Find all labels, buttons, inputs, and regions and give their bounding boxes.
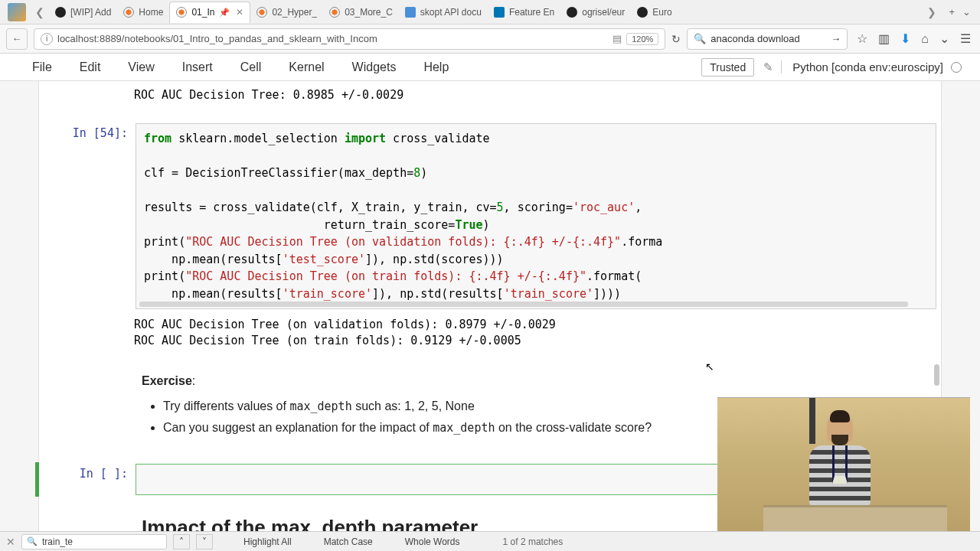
input-prompt: In [ ]: <box>44 464 136 495</box>
horizontal-scrollbar[interactable] <box>139 302 908 307</box>
linkedin-icon <box>494 7 505 18</box>
firefox-app-icon <box>8 3 26 21</box>
tab-euro[interactable]: Euro <box>631 2 678 23</box>
edit-metadata-icon[interactable]: ✎ <box>763 60 773 74</box>
address-bar[interactable]: i localhost:8889/notebooks/01_Intro_to_p… <box>34 28 665 50</box>
find-whole-words[interactable]: Whole Words <box>402 536 463 547</box>
browser-urlbar: ← i localhost:8889/notebooks/01_Intro_to… <box>0 24 980 54</box>
mouse-cursor: ↖ <box>705 360 714 373</box>
find-prev-button[interactable]: ˄ <box>173 534 190 549</box>
find-match-case[interactable]: Match Case <box>321 536 376 547</box>
tab-skopt[interactable]: skopt API docu <box>399 2 488 23</box>
new-tab-button[interactable]: + <box>949 6 955 18</box>
find-match-status: 1 of 2 matches <box>503 536 564 547</box>
search-icon: 🔍 <box>27 536 38 546</box>
code-editor[interactable]: from sklearn.model_selection import cros… <box>136 123 936 309</box>
tab-ogrisel[interactable]: ogrisel/eur <box>560 2 631 23</box>
url-text: localhost:8889/notebooks/01_Intro_to_pan… <box>57 33 377 44</box>
doc-icon <box>405 7 416 18</box>
close-icon[interactable]: ✕ <box>236 7 243 18</box>
home-icon[interactable]: ⌂ <box>921 32 929 46</box>
github-icon <box>637 7 648 18</box>
browser-tabbar: ❮ [WIP] Add Home 01_In📌✕ 02_Hyper_ 03_Mo… <box>0 0 980 24</box>
find-close-button[interactable]: ✕ <box>6 536 15 548</box>
find-bar: ✕ 🔍 train_te ˄ ˅ Highlight All Match Cas… <box>0 531 980 551</box>
search-value: anaconda download <box>710 33 799 44</box>
menu-widgets[interactable]: Widgets <box>338 56 410 79</box>
kernel-name[interactable]: Python [conda env:euroscipy] <box>781 60 943 73</box>
menu-cell[interactable]: Cell <box>227 56 276 79</box>
tab-linkedin[interactable]: Feature En <box>488 2 560 23</box>
jupyter-icon <box>176 7 187 18</box>
output-text: ROC AUC Decision Tree: 0.8985 +/-0.0029 <box>39 86 933 108</box>
tab-02-hyper[interactable]: 02_Hyper_ <box>250 2 323 23</box>
reload-button[interactable]: ↻ <box>671 33 681 45</box>
menu-file[interactable]: File <box>18 56 66 79</box>
find-input[interactable]: 🔍 train_te <box>21 534 167 549</box>
jupyter-icon <box>256 7 267 18</box>
jupyter-icon <box>123 7 134 18</box>
github-icon <box>55 7 66 18</box>
tab-03-more[interactable]: 03_More_C <box>323 2 399 23</box>
back-button[interactable]: ← <box>6 28 28 50</box>
jupyter-menubar: File Edit View Insert Cell Kernel Widget… <box>0 54 980 81</box>
find-value: train_te <box>42 536 73 547</box>
menu-edit[interactable]: Edit <box>66 56 115 79</box>
tab-home[interactable]: Home <box>117 2 169 23</box>
bookmark-star-icon[interactable]: ☆ <box>857 31 867 46</box>
input-prompt: In [54]: <box>44 123 136 309</box>
pin-icon: 📌 <box>219 8 230 18</box>
hamburger-menu-icon[interactable]: ☰ <box>960 31 971 46</box>
speaker-video-overlay <box>717 397 970 531</box>
search-icon: 🔍 <box>694 33 706 44</box>
tabbar-scroll-right[interactable]: ❯ <box>923 6 941 18</box>
podium <box>763 505 947 531</box>
tab-wip-add[interactable]: [WIP] Add <box>49 2 117 23</box>
menu-insert[interactable]: Insert <box>168 56 227 79</box>
find-next-button[interactable]: ˅ <box>196 534 213 549</box>
site-info-icon[interactable]: i <box>41 33 53 45</box>
find-highlight-all[interactable]: Highlight All <box>240 536 295 547</box>
reader-mode-icon[interactable]: ▤ <box>612 33 622 44</box>
menu-view[interactable]: View <box>114 56 168 79</box>
tabbar-scroll-left[interactable]: ❮ <box>31 6 49 18</box>
page-scrollbar[interactable] <box>934 364 939 386</box>
jupyter-icon <box>329 7 340 18</box>
browser-search-field[interactable]: 🔍 anaconda download → <box>687 28 848 50</box>
downloads-icon[interactable]: ⬇ <box>900 31 910 46</box>
code-cell-54[interactable]: In [54]: from sklearn.model_selection im… <box>39 122 941 311</box>
trusted-badge[interactable]: Trusted <box>701 58 754 77</box>
menu-help[interactable]: Help <box>410 56 462 79</box>
search-go-icon[interactable]: → <box>831 33 841 44</box>
github-icon <box>567 7 577 18</box>
library-icon[interactable]: ▥ <box>878 31 890 46</box>
all-tabs-button[interactable]: ⌄ <box>962 6 971 18</box>
zoom-badge[interactable]: 120% <box>626 33 658 45</box>
tab-01-intro[interactable]: 01_In📌✕ <box>169 2 250 23</box>
output-text: ROC AUC Decision Tree (on validation fol… <box>39 311 933 354</box>
pocket-icon[interactable]: ⌄ <box>939 31 949 46</box>
menu-kernel[interactable]: Kernel <box>275 56 338 79</box>
exercise-heading: Exercise <box>142 374 192 387</box>
kernel-status-icon <box>951 62 962 73</box>
